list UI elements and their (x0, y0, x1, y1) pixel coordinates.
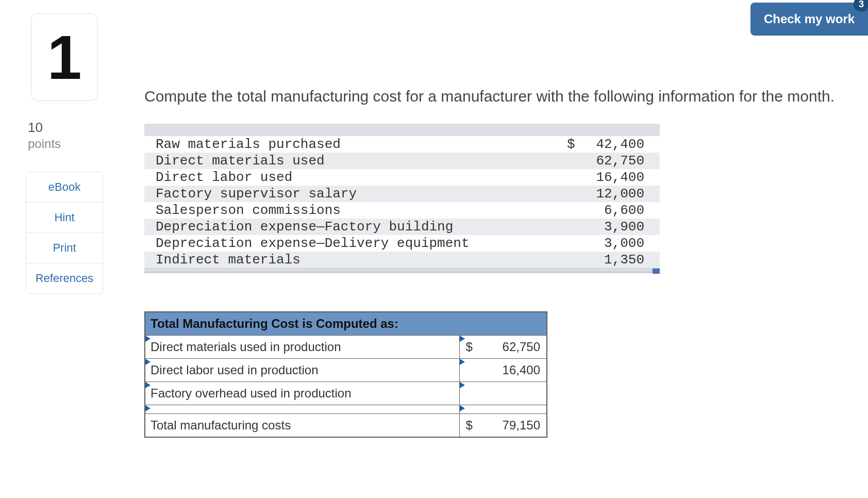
info-row-currency (567, 186, 582, 202)
answer-row-value-cell[interactable] (459, 405, 547, 414)
info-table: Raw materials purchased$42,400Direct mat… (144, 124, 660, 273)
question-number-box: 1 (31, 13, 98, 101)
info-row-label: Direct materials used (156, 153, 567, 169)
info-row-value: 3,000 (582, 236, 649, 251)
info-bottom-accent (653, 269, 660, 274)
info-row-label: Raw materials purchased (156, 137, 567, 152)
print-link[interactable]: Print (26, 233, 103, 263)
answer-total-value: $ 79,150 (459, 414, 547, 438)
attempts-badge: 3 (854, 0, 868, 12)
info-row: Factory supervisor salary12,000 (144, 186, 660, 202)
info-row-value: 62,750 (582, 153, 649, 169)
ebook-link[interactable]: eBook (26, 172, 103, 203)
answer-row-value-cell[interactable]: 16,400 (459, 359, 547, 382)
answer-row: Direct materials used in production$62,7… (145, 336, 547, 359)
answer-row-label-cell[interactable]: Factory overhead used in production (145, 382, 459, 405)
points-block: 10 points (28, 120, 103, 151)
info-row-label: Factory supervisor salary (156, 186, 567, 202)
answer-row (145, 405, 547, 414)
question-number: 1 (47, 22, 82, 93)
info-row: Direct labor used16,400 (144, 169, 660, 186)
info-row-value: 3,900 (582, 219, 649, 235)
info-row: Raw materials purchased$42,400 (144, 136, 660, 153)
answer-table-header: Total Manufacturing Cost is Computed as: (145, 312, 547, 336)
info-row: Indirect materials1,350 (144, 252, 660, 268)
points-label: points (28, 137, 103, 151)
info-row: Salesperson commissions6,600 (144, 202, 660, 219)
answer-row-value-cell[interactable]: $62,750 (459, 336, 547, 359)
info-row-value: 16,400 (582, 170, 649, 185)
answer-row-num: 16,400 (466, 363, 542, 377)
answer-table: Total Manufacturing Cost is Computed as:… (144, 311, 547, 438)
info-row-value: 6,600 (582, 203, 649, 218)
answer-row: Factory overhead used in production (145, 382, 547, 405)
answer-total-num: 79,150 (473, 418, 541, 433)
attempts-badge-count: 3 (859, 0, 864, 10)
info-row: Direct materials used62,750 (144, 153, 660, 169)
info-row-currency (567, 203, 582, 218)
answer-row: Direct labor used in production16,400 (145, 359, 547, 382)
answer-row-label-cell[interactable] (145, 405, 459, 414)
info-row-value: 42,400 (582, 137, 649, 152)
check-my-work-button[interactable]: Check my work 3 (750, 3, 868, 36)
info-row-label: Direct labor used (156, 170, 567, 185)
references-link[interactable]: References (26, 263, 103, 293)
info-row-currency (567, 153, 582, 169)
answer-row-dollar: $ (465, 340, 473, 354)
info-row-currency (567, 219, 582, 235)
info-row-currency (567, 252, 582, 268)
points-value: 10 (28, 120, 103, 136)
info-row: Depreciation expense—Factory building3,9… (144, 219, 660, 235)
check-my-work-label: Check my work (764, 12, 855, 26)
info-row-currency (567, 236, 582, 251)
question-prompt: Compute the total manufacturing cost for… (144, 88, 866, 105)
answer-row-label-cell[interactable]: Direct labor used in production (145, 359, 459, 382)
info-row-label: Depreciation expense—Factory building (156, 219, 567, 235)
info-row-label: Salesperson commissions (156, 203, 567, 218)
info-bottom-bar (144, 268, 660, 273)
hint-link[interactable]: Hint (26, 203, 103, 233)
side-links: eBook Hint Print References (26, 172, 103, 294)
info-row-label: Indirect materials (156, 252, 567, 268)
info-row-value: 12,000 (582, 186, 649, 202)
answer-row-value-cell[interactable] (459, 382, 547, 405)
answer-total-dollar: $ (465, 418, 473, 433)
info-row-currency: $ (567, 137, 582, 152)
answer-row-label-cell[interactable]: Direct materials used in production (145, 336, 459, 359)
info-header-bar (144, 124, 660, 136)
answer-row-num: 62,750 (473, 340, 541, 354)
info-row-label: Depreciation expense—Delivery equipment (156, 236, 567, 251)
info-row: Depreciation expense—Delivery equipment3… (144, 235, 660, 252)
answer-total-label: Total manufacturing costs (145, 414, 459, 438)
info-row-currency (567, 170, 582, 185)
info-row-value: 1,350 (582, 252, 649, 268)
answer-total-label-text: Total manufacturing costs (151, 418, 291, 432)
